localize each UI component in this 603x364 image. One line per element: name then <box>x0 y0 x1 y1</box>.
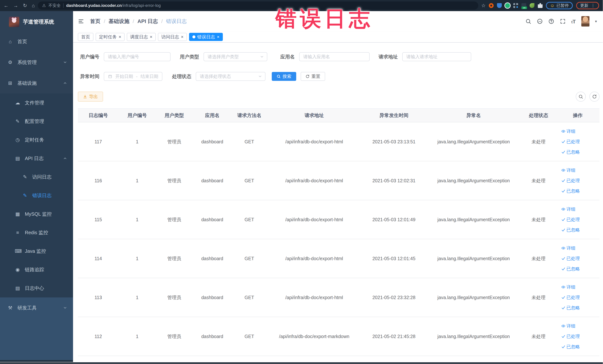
ignored-link[interactable]: 已忽略 <box>561 266 580 272</box>
sidebar-item-MySQL 监控[interactable]: ▦MySQL 监控 <box>0 205 73 223</box>
process-status-select[interactable]: 请选择处理状态 <box>196 72 266 81</box>
processed-link[interactable]: 已处理 <box>561 178 580 184</box>
extension-icon-on-badge[interactable] <box>522 3 526 8</box>
check-icon <box>561 257 565 260</box>
user-id-input[interactable] <box>104 52 171 61</box>
sidebar-item-基础设施[interactable]: ⊞基础设施 <box>0 73 73 94</box>
back-icon[interactable]: ← <box>4 3 9 8</box>
user-menu-caret-icon[interactable]: ▾ <box>595 19 597 23</box>
sidebar-item-label: 文件管理 <box>25 100 44 106</box>
extension-icon-green[interactable] <box>505 3 510 8</box>
sidebar-item-首页[interactable]: ⌂首页 <box>0 31 73 52</box>
gear-icon: ⚙ <box>7 59 13 65</box>
request-url-input[interactable] <box>402 52 471 61</box>
search-toggle-button[interactable] <box>576 92 586 102</box>
avatar[interactable] <box>581 16 590 26</box>
bookmark-star-icon[interactable]: ☆ <box>481 3 486 9</box>
detail-link[interactable]: 详细 <box>561 167 575 173</box>
reload-icon[interactable]: ↻ <box>23 3 27 8</box>
extension-icon-sprout[interactable] <box>530 3 534 8</box>
cell-user_id: 1 <box>119 161 156 200</box>
page-content: 用户编号 用户类型 请选择用户类型 应用名 请求地址 异常时间 <box>73 43 603 362</box>
page-url: dashboard.yudao.iocoder.cn/infra/log/api… <box>66 3 161 8</box>
tab-首页[interactable]: 首页 <box>78 33 93 41</box>
ignored-link[interactable]: 已忽略 <box>561 227 580 233</box>
sidebar-item-系统管理[interactable]: ⚙系统管理 <box>0 52 73 73</box>
processed-link[interactable]: 已处理 <box>561 333 580 339</box>
extension-icon-grid[interactable] <box>513 3 518 8</box>
eye-icon <box>561 246 565 250</box>
sidebar-item-访问日志[interactable]: ✎访问日志 <box>0 168 73 186</box>
font-size-icon[interactable]: tT <box>571 18 576 25</box>
hamburger-icon[interactable] <box>78 18 84 24</box>
breadcrumb-item[interactable]: 首页 <box>90 18 101 25</box>
cell-url: /api/infra/db-doc/export-html <box>267 200 361 239</box>
breadcrumb-item[interactable]: API 日志 <box>138 18 158 25</box>
export-button[interactable]: 导出 <box>78 92 103 102</box>
close-icon[interactable]: × <box>217 35 220 39</box>
close-icon[interactable]: × <box>181 35 184 39</box>
app-name-input[interactable] <box>299 52 370 61</box>
sidebar-item-配置管理[interactable]: ✎配置管理 <box>0 112 73 130</box>
user-id-label: 用户编号 <box>78 54 99 60</box>
extension-icon-shield[interactable] <box>497 3 502 8</box>
close-icon[interactable]: × <box>150 35 152 39</box>
paused-badge[interactable]: ☺ 已暂停 <box>546 2 573 9</box>
sidebar-item-链路追踪[interactable]: ◉链路追踪 <box>0 260 73 279</box>
cell-app: dashboard <box>193 161 232 200</box>
action-label: 详细 <box>567 245 575 251</box>
ignored-link[interactable]: 已忽略 <box>561 188 580 194</box>
omnibox-divider <box>63 3 64 8</box>
help-icon[interactable] <box>548 18 554 24</box>
sidebar-item-错误日志[interactable]: ✎错误日志 <box>0 186 73 205</box>
sidebar-item-API 日志[interactable]: ▤API 日志 <box>0 149 73 168</box>
tab-错误日志[interactable]: 错误日志× <box>189 33 223 41</box>
browser-home-icon[interactable]: ⌂ <box>32 3 35 8</box>
update-button[interactable]: 更新 ⋮ <box>576 2 599 9</box>
breadcrumb-item[interactable]: 基础设施 <box>109 18 129 25</box>
cell-time: 2021-05-03 12:02:31 <box>361 161 426 200</box>
sidebar-item-文件管理[interactable]: ☁文件管理 <box>0 94 73 112</box>
detail-link[interactable]: 详细 <box>561 245 575 251</box>
processed-link[interactable]: 已处理 <box>561 256 580 261</box>
address-bar[interactable]: ⚠ 不安全 dashboard.yudao.iocoder.cn/infra/l… <box>38 1 478 10</box>
ignored-link[interactable]: 已忽略 <box>561 344 580 350</box>
exception-time-range-input[interactable]: 开始日期 - 结束日期 <box>104 72 162 81</box>
search-icon[interactable] <box>525 18 531 24</box>
tab-访问日志[interactable]: 访问日志× <box>158 33 187 41</box>
processed-link[interactable]: 已处理 <box>561 217 580 223</box>
detail-link[interactable]: 详细 <box>561 128 575 134</box>
cell-id: 114 <box>78 239 119 278</box>
detail-link[interactable]: 详细 <box>561 323 575 329</box>
tab-调度日志[interactable]: 调度日志× <box>127 33 156 41</box>
processed-link[interactable]: 已处理 <box>561 294 580 300</box>
detail-link[interactable]: 详细 <box>561 284 575 290</box>
sidebar-item-研发工具[interactable]: ⚒研发工具 <box>0 297 73 318</box>
search-button[interactable]: 搜索 <box>272 72 296 81</box>
sidebar-item-Java 监控[interactable]: ⌨Java 监控 <box>0 242 73 260</box>
ignored-link[interactable]: 已忽略 <box>561 149 580 155</box>
browser-menu-kebab-icon[interactable]: ⋮ <box>591 3 595 8</box>
app-logo-row[interactable]: 芋道管理系统 <box>0 13 73 31</box>
fullscreen-icon[interactable] <box>560 18 566 24</box>
tab-定时任务[interactable]: 定时任务× <box>96 33 125 41</box>
close-icon[interactable]: × <box>119 35 121 39</box>
forward-icon[interactable]: → <box>13 3 18 8</box>
ignored-link[interactable]: 已忽略 <box>561 305 580 311</box>
refresh-button[interactable] <box>590 92 600 102</box>
user-type-select[interactable]: 请选择用户类型 <box>204 52 267 61</box>
sidebar-item-label: MySQL 监控 <box>25 211 52 217</box>
sidebar-item-label: Redis 监控 <box>25 229 48 236</box>
processed-link[interactable]: 已处理 <box>561 139 580 145</box>
extension-icon-orange[interactable] <box>489 3 494 8</box>
extensions-puzzle-icon[interactable] <box>538 3 543 8</box>
sidebar-item-Redis 监控[interactable]: ≡Redis 监控 <box>0 223 73 242</box>
sidebar-item-日志中心[interactable]: ▤日志中心 <box>0 279 73 297</box>
reset-button[interactable]: 重置 <box>301 72 325 81</box>
sidebar-item-定时任务[interactable]: ◷定时任务 <box>0 130 73 149</box>
infra-icon: ⊞ <box>7 80 13 86</box>
end-date-placeholder: 结束日期 <box>140 73 158 79</box>
github-icon[interactable] <box>537 18 543 24</box>
column-header: 请求地址 <box>267 109 361 122</box>
detail-link[interactable]: 详细 <box>561 206 575 212</box>
